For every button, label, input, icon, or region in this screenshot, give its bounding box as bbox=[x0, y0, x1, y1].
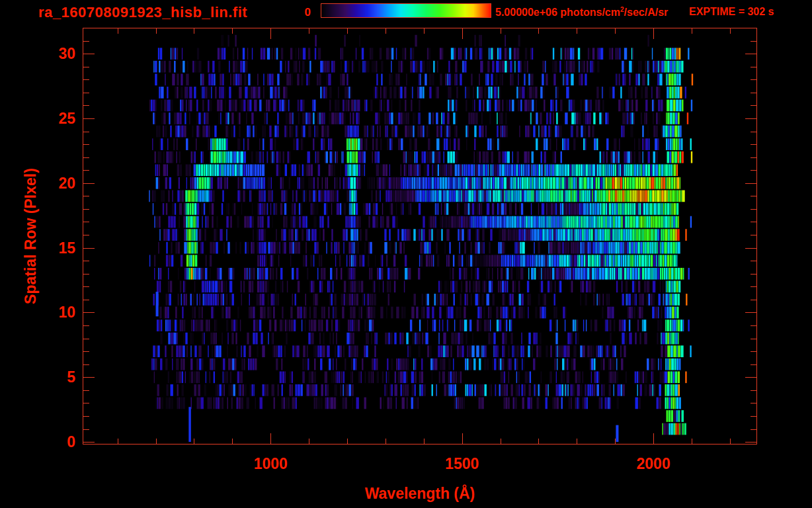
colorbar bbox=[321, 3, 491, 18]
colorbar-unit-suffix: /sec/A/sr bbox=[624, 7, 669, 18]
y-tick-label: 0 bbox=[20, 433, 75, 451]
figure-title: ra_160708091923_hisb_lin.fit bbox=[38, 4, 247, 21]
plot-canvas bbox=[83, 28, 757, 444]
y-tick-label: 5 bbox=[20, 368, 75, 386]
x-axis-label: Wavelength (Å) bbox=[365, 485, 475, 503]
spectrogram-figure: ra_160708091923_hisb_lin.fit 0 5.00000e+… bbox=[0, 0, 812, 508]
colorbar-max-label: 5.00000e+06 photons/cm2/sec/A/sr bbox=[495, 6, 668, 19]
exptime-label: EXPTIME = 302 s bbox=[689, 6, 774, 18]
y-tick-label: 25 bbox=[20, 110, 75, 128]
y-tick-label: 30 bbox=[20, 45, 75, 63]
y-tick-label: 10 bbox=[20, 304, 75, 321]
x-tick-label: 1500 bbox=[445, 455, 479, 473]
x-tick-label: 2000 bbox=[637, 455, 670, 473]
x-tick-label: 1000 bbox=[254, 455, 288, 473]
colorbar-min-label: 0 bbox=[291, 6, 311, 19]
colorbar-unit-prefix: photons/cm bbox=[557, 7, 620, 18]
colorbar-max-value: 5.00000e+06 bbox=[495, 7, 557, 18]
y-axis-label: Spatial Row (PIxel) bbox=[22, 168, 40, 304]
